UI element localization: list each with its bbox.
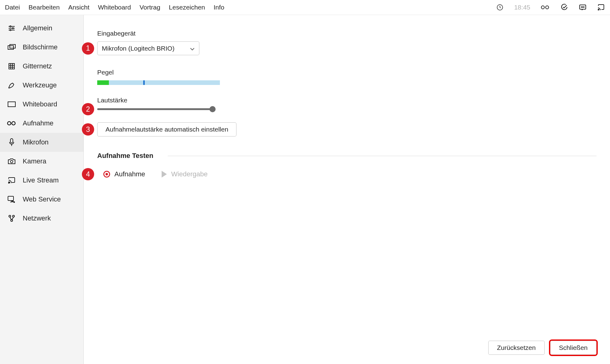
sidebar-item-grid[interactable]: Gitternetz <box>0 57 83 76</box>
menu-lecture[interactable]: Vortrag <box>140 4 160 11</box>
sidebar-item-label: Bildschirme <box>23 43 58 51</box>
svg-point-12 <box>12 28 13 29</box>
clock-time: 18:45 <box>514 4 530 11</box>
sidebar-item-label: Live Stream <box>23 176 59 184</box>
menubar-right: 18:45 <box>496 3 605 11</box>
svg-point-26 <box>13 215 14 217</box>
sidebar-item-tools[interactable]: Werkzeuge <box>0 76 83 95</box>
volume-label: Lautstärke <box>97 97 597 104</box>
sidebar-item-label: Gitternetz <box>23 62 52 70</box>
reset-button[interactable]: Zurücksetzen <box>488 341 545 355</box>
clock-icon <box>496 4 504 11</box>
sidebar-item-label: Aufnahme <box>23 119 53 127</box>
menu-items: Datei Bearbeiten Ansicht Whiteboard Vort… <box>5 4 224 11</box>
play-icon <box>162 171 167 178</box>
sidebar-item-label: Netzwerk <box>23 214 51 222</box>
svg-point-2 <box>546 6 549 9</box>
sidebar-item-label: Allgemein <box>23 24 52 32</box>
reels-icon <box>7 121 17 126</box>
reels-icon[interactable] <box>541 5 550 10</box>
menu-whiteboard[interactable]: Whiteboard <box>98 4 131 11</box>
web-icon <box>7 196 17 203</box>
cast-icon[interactable] <box>597 3 605 11</box>
network-icon <box>7 214 17 222</box>
sidebar-item-microphone[interactable]: Mikrofon <box>0 133 83 152</box>
svg-point-6 <box>584 7 584 7</box>
record-icon <box>103 171 110 178</box>
menu-edit[interactable]: Bearbeiten <box>29 4 60 11</box>
step-marker-1: 1 <box>82 42 94 55</box>
sidebar-item-whiteboard[interactable]: Whiteboard <box>0 95 83 114</box>
sidebar-item-camera[interactable]: Kamera <box>0 152 83 171</box>
whiteboard-icon <box>7 101 17 107</box>
level-fill <box>97 80 109 85</box>
svg-rect-16 <box>8 102 15 107</box>
message-icon[interactable] <box>579 3 587 11</box>
svg-point-25 <box>9 215 11 217</box>
sidebar-item-network[interactable]: Netzwerk <box>0 209 83 228</box>
test-recording-header: Aufnahme Testen <box>97 152 597 160</box>
menu-info[interactable]: Info <box>214 4 224 11</box>
sidebar-item-livestream[interactable]: Live Stream <box>0 171 83 190</box>
sidebar-item-label: Mikrofon <box>23 138 48 146</box>
level-meter <box>97 80 220 85</box>
svg-point-13 <box>10 29 11 31</box>
settings-main: Eingabegerät 1 Mikrofon (Logitech BRIO) … <box>84 15 610 364</box>
sidebar-item-label: Werkzeuge <box>23 81 57 89</box>
input-device-label: Eingabegerät <box>97 30 597 37</box>
pen-icon <box>7 81 17 89</box>
svg-point-27 <box>11 220 13 221</box>
svg-point-5 <box>582 7 583 7</box>
sidebar-item-label: Whiteboard <box>23 100 57 108</box>
sidebar-item-label: Kamera <box>23 157 46 165</box>
menu-file[interactable]: Datei <box>5 4 20 11</box>
footer-buttons: Zurücksetzen Schließen <box>488 341 597 355</box>
svg-point-11 <box>10 26 11 27</box>
sliders-icon <box>7 24 17 32</box>
record-label: Aufnahme <box>114 170 145 178</box>
record-test-button[interactable]: Aufnahme <box>103 170 145 178</box>
svg-rect-15 <box>10 44 15 48</box>
svg-rect-14 <box>8 46 13 49</box>
svg-rect-19 <box>10 139 13 143</box>
sidebar-item-general[interactable]: Allgemein <box>0 19 83 38</box>
grid-icon <box>7 63 17 70</box>
menubar: Datei Bearbeiten Ansicht Whiteboard Vort… <box>0 0 610 15</box>
play-test-button[interactable]: Wiedergabe <box>162 170 208 178</box>
step-marker-3: 3 <box>82 123 94 136</box>
svg-point-18 <box>12 122 15 125</box>
svg-point-4 <box>581 7 582 7</box>
close-button[interactable]: Schließen <box>550 341 597 355</box>
svg-point-21 <box>10 160 13 163</box>
sidebar-item-label: Web Service <box>23 195 61 203</box>
menu-view[interactable]: Ansicht <box>68 4 90 11</box>
cast-icon <box>7 177 17 184</box>
sidebar-item-screens[interactable]: Bildschirme <box>0 38 83 57</box>
svg-point-22 <box>9 182 10 183</box>
camera-icon <box>7 158 17 165</box>
sidebar-item-webservice[interactable]: Web Service <box>0 190 83 209</box>
input-device-select[interactable]: Mikrofon (Logitech BRIO) <box>97 41 199 55</box>
slider-thumb[interactable] <box>209 106 216 112</box>
sidebar-item-recording[interactable]: Aufnahme <box>0 114 83 133</box>
input-device-value: Mikrofon (Logitech BRIO) <box>102 45 175 52</box>
check-circle-icon[interactable] <box>560 3 568 11</box>
menu-bookmarks[interactable]: Lesezeichen <box>169 4 205 11</box>
settings-sidebar: Allgemein Bildschirme Gitternetz Werkzeu… <box>0 15 84 364</box>
level-tick <box>143 80 145 85</box>
volume-slider[interactable] <box>97 108 214 110</box>
chevron-down-icon <box>190 45 195 52</box>
auto-volume-button[interactable]: Aufnahmelautstärke automatisch einstelle… <box>97 122 236 136</box>
svg-point-24 <box>14 202 15 203</box>
screens-icon <box>7 44 17 51</box>
svg-point-7 <box>598 10 599 10</box>
mic-icon <box>7 138 17 147</box>
play-label: Wiedergabe <box>171 170 208 178</box>
svg-point-1 <box>541 6 544 9</box>
svg-point-17 <box>8 122 11 125</box>
level-label: Pegel <box>97 69 597 76</box>
svg-rect-23 <box>8 196 13 201</box>
step-marker-4: 4 <box>82 168 94 180</box>
step-marker-2: 2 <box>82 103 94 115</box>
